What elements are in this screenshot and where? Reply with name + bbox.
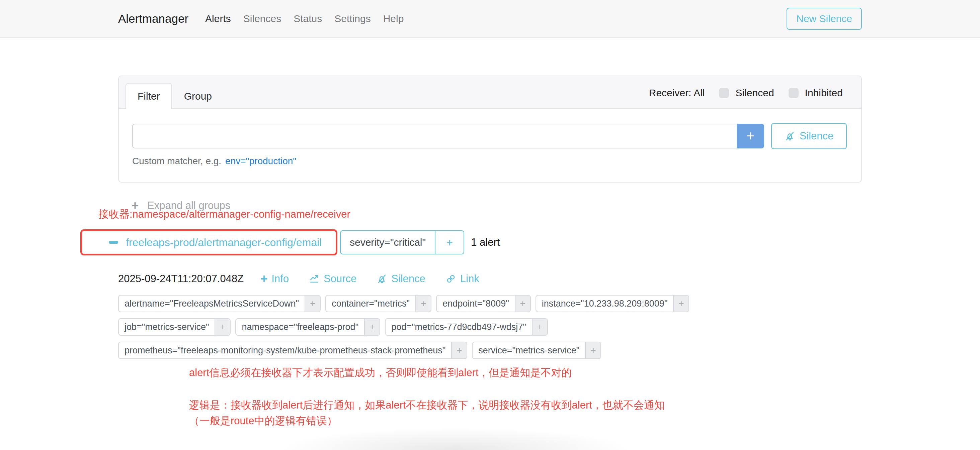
silence-filter-button[interactable]: Silence (771, 123, 847, 149)
alert-label-add-button[interactable]: + (673, 296, 689, 312)
plus-icon: + (260, 273, 267, 285)
custom-matcher-hint: Custom matcher, e.g. env="production" (132, 156, 847, 166)
alert-action-info[interactable]: +Info (260, 273, 289, 285)
alert-label-row: alertname="FreeleapsMetricsServiceDown"+… (118, 295, 862, 312)
alert-label-add-button[interactable]: + (364, 319, 380, 335)
alert-action-label: Silence (391, 273, 425, 285)
alert-label-text: namespace="freeleaps-prod" (236, 319, 364, 335)
alert-action-label: Source (324, 273, 356, 285)
alert-action-link[interactable]: Link (445, 273, 479, 285)
alert-label-tag: prometheus="freeleaps-monitoring-system/… (118, 342, 467, 359)
alert-annotation: alert信息必须在接收器下才表示配置成功，否则即使能看到alert，但是通知是… (189, 366, 862, 380)
alert-timestamp: 2025-09-24T11:20:07.048Z (118, 273, 243, 285)
alert-labels: alertname="FreeleapsMetricsServiceDown"+… (118, 295, 862, 359)
alert-label-add-button[interactable]: + (305, 296, 320, 312)
tab-group[interactable]: Group (172, 83, 224, 109)
logic-annotation-line2: （一般是route中的逻辑有错误） (189, 413, 862, 429)
group-matcher-add-button[interactable]: + (436, 231, 463, 254)
alert-label-text: endpoint="8009" (437, 296, 515, 312)
chart-icon (309, 274, 320, 284)
receiver-filter-label[interactable]: Receiver: All (649, 87, 705, 98)
alert-action-silence[interactable]: Silence (377, 273, 425, 285)
group-matcher-button[interactable]: severity="critical" + (340, 230, 464, 254)
alert-label-text: pod="metrics-77d9cdb497-wdsj7" (386, 319, 532, 335)
filter-panel-header: FilterGroup Receiver: All Silenced Inhib… (119, 76, 861, 109)
filter-tabs: FilterGroup (126, 83, 224, 108)
nav-item-alerts[interactable]: Alerts (205, 13, 231, 24)
alert-label-text: alertname="FreeleapsMetricsServiceDown" (119, 296, 305, 312)
logic-annotation: 逻辑是：接收器收到alert后进行通知，如果alert不在接收器下，说明接收器没… (189, 397, 862, 429)
inhibited-checkbox[interactable] (789, 88, 799, 98)
alert-count: 1 alert (471, 236, 500, 249)
filter-panel: FilterGroup Receiver: All Silenced Inhib… (118, 76, 862, 182)
receiver-group-row: freeleaps-prod/alertmanager-config/email… (118, 229, 862, 255)
matcher-input-group: + (132, 124, 764, 149)
nav-links: AlertsSilencesStatusSettingsHelp (205, 13, 416, 24)
alert-action-source[interactable]: Source (309, 273, 356, 285)
alert-label-tag: service="metrics-service"+ (472, 342, 601, 359)
alert-actions: +InfoSourceSilenceLink (260, 273, 479, 285)
bell-slash-icon (784, 131, 795, 141)
filter-options: Receiver: All Silenced Inhibited (649, 87, 843, 104)
nav-item-help[interactable]: Help (383, 13, 404, 24)
alert-label-add-button[interactable]: + (515, 296, 530, 312)
receiver-annotation: 接收器:namespace/altermanager-config-name/r… (99, 207, 350, 221)
alert-label-tag: endpoint="8009"+ (436, 295, 531, 312)
matcher-example-link[interactable]: env="production" (225, 156, 296, 166)
alert-detail: 2025-09-24T11:20:07.048Z +InfoSourceSile… (118, 273, 862, 429)
alert-label-add-button[interactable]: + (532, 319, 547, 335)
navbar: Alertmanager AlertsSilencesStatusSetting… (0, 0, 980, 38)
nav-item-status[interactable]: Status (294, 13, 322, 24)
alert-label-text: service="metrics-service" (473, 342, 585, 358)
hint-text: Custom matcher, e.g. (132, 156, 221, 166)
alert-label-add-button[interactable]: + (585, 342, 600, 358)
alert-label-add-button[interactable]: + (215, 319, 230, 335)
alert-label-tag: job="metrics-service"+ (118, 318, 231, 336)
alert-label-tag: alertname="FreeleapsMetricsServiceDown"+ (118, 295, 321, 312)
receiver-highlight-box[interactable]: freeleaps-prod/alertmanager-config/email (80, 229, 337, 255)
alert-label-text: prometheus="freeleaps-monitoring-system/… (119, 342, 451, 358)
matcher-input[interactable] (132, 124, 737, 149)
logic-annotation-line1: 逻辑是：接收器收到alert后进行通知，如果alert不在接收器下，说明接收器没… (189, 397, 862, 413)
silenced-checkbox[interactable] (719, 88, 729, 98)
nav-item-silences[interactable]: Silences (243, 13, 281, 24)
silenced-label[interactable]: Silenced (735, 87, 774, 98)
silence-filter-label: Silence (800, 130, 834, 142)
alert-label-row: prometheus="freeleaps-monitoring-system/… (118, 342, 862, 359)
alert-label-text: job="metrics-service" (119, 319, 215, 335)
alert-label-tag: pod="metrics-77d9cdb497-wdsj7"+ (385, 318, 548, 336)
alert-label-row: job="metrics-service"+namespace="freelea… (118, 318, 862, 336)
collapse-minus-icon (109, 241, 118, 244)
bell-slash-icon (377, 274, 387, 284)
alert-label-tag: container="metrics"+ (325, 295, 431, 312)
new-silence-button[interactable]: New Silence (786, 8, 862, 30)
alert-label-add-button[interactable]: + (451, 342, 466, 358)
alert-action-label: Info (272, 273, 289, 285)
app-brand[interactable]: Alertmanager (118, 12, 188, 25)
tab-filter[interactable]: Filter (126, 83, 172, 109)
nav-item-settings[interactable]: Settings (334, 13, 371, 24)
group-matcher-label: severity="critical" (341, 231, 435, 254)
add-matcher-button[interactable]: + (737, 124, 764, 149)
alert-label-add-button[interactable]: + (415, 296, 431, 312)
filter-panel-body: + Silence Custom matcher, e.g. env="prod… (119, 109, 861, 182)
alert-label-text: container="metrics" (326, 296, 415, 312)
link-icon (445, 274, 456, 284)
alert-label-tag: instance="10.233.98.209:8009"+ (536, 295, 689, 312)
receiver-group-link[interactable]: freeleaps-prod/alertmanager-config/email (126, 236, 321, 249)
inhibited-label[interactable]: Inhibited (805, 87, 843, 98)
alert-label-tag: namespace="freeleaps-prod"+ (235, 318, 380, 336)
alert-label-text: instance="10.233.98.209:8009" (536, 296, 673, 312)
alert-action-label: Link (460, 273, 479, 285)
